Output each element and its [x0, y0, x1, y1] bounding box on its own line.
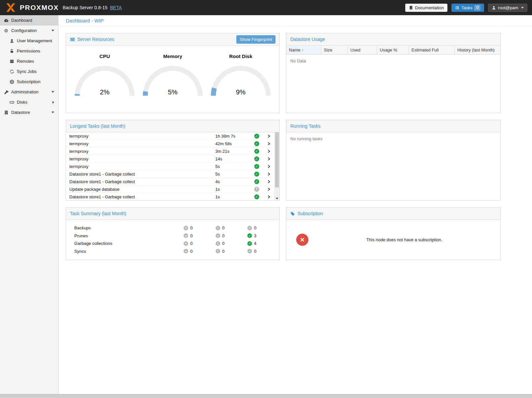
no-data-label: No Data	[286, 54, 500, 67]
memory-gauge: Memory 5%	[139, 46, 207, 113]
gauge-label: CPU	[99, 53, 110, 59]
open-task-chevron-icon[interactable]	[263, 187, 274, 191]
scroll-down-icon[interactable]	[276, 198, 278, 199]
sidebar-item-sync-jobs[interactable]: Sync Jobs	[0, 66, 58, 77]
task-row[interactable]: Datastore store1 - Garbage collect 1s ✓	[66, 193, 274, 200]
task-summary-header: Task Summary (last Month)	[66, 208, 279, 220]
scrollbar[interactable]	[274, 132, 279, 200]
column-header-estimated-full[interactable]: Estimated Full	[409, 46, 455, 54]
book-icon	[409, 6, 413, 10]
sidebar-item-datastore[interactable]: Datastore	[0, 107, 58, 117]
sidebar-item-dashboard[interactable]: Dashboard	[0, 15, 58, 25]
column-header-used[interactable]: Used	[348, 46, 377, 54]
documentation-label: Documentation	[415, 5, 444, 10]
column-header-history[interactable]: History (last Month)	[455, 46, 500, 54]
scrollbar-thumb[interactable]	[275, 132, 279, 187]
ok-status-icon: ✓	[254, 194, 259, 199]
open-task-chevron-icon[interactable]	[263, 172, 274, 176]
task-duration: 3m 21s	[215, 149, 250, 154]
page-title: Dashboard - WIP	[66, 18, 104, 23]
bottom-scrollbar-strip[interactable]	[0, 394, 532, 398]
task-row[interactable]: termproxy 42m 58s ✓	[66, 140, 274, 148]
user-name-label: root@pam	[498, 5, 518, 10]
cpu-gauge: CPU 2%	[71, 46, 139, 113]
datastore-usage-panel: Datastore Usage Name ↑ Size Used Usage %…	[286, 33, 501, 113]
task-row[interactable]: termproxy 1h 38m 7s ✓	[66, 132, 274, 140]
task-duration: 14s	[215, 156, 250, 161]
sidebar-item-configuration[interactable]: ⚙ Configuration	[0, 25, 58, 36]
error-count: 0	[190, 249, 193, 254]
task-name: termproxy	[69, 149, 215, 154]
open-task-chevron-icon[interactable]	[263, 195, 274, 199]
open-task-chevron-icon[interactable]	[263, 180, 274, 183]
sidebar-item-label: User Management	[17, 38, 52, 43]
ok-count: 3	[254, 233, 256, 238]
longest-tasks-list: termproxy 1h 38m 7s ✓ termproxy 42m 58s …	[66, 132, 274, 200]
task-row[interactable]: termproxy 5s ✓	[66, 163, 274, 170]
beta-link[interactable]: BETA	[110, 5, 122, 10]
ok-icon: ✓	[247, 241, 252, 246]
gauge-label: Memory	[163, 53, 182, 59]
running-tasks-header: Running Tasks	[286, 120, 500, 132]
open-task-chevron-icon[interactable]	[263, 157, 274, 161]
task-duration: 1s	[215, 187, 250, 192]
unknown-status-icon: ?	[254, 187, 259, 192]
warning-icon: !	[216, 249, 220, 253]
longest-tasks-panel: Longest Tasks (last Month) termproxy 1h …	[66, 120, 280, 201]
user-menu-button[interactable]: root@pam	[488, 4, 527, 12]
ok-count: 0	[254, 249, 256, 254]
documentation-button[interactable]: Documentation	[405, 4, 447, 12]
ok-status-icon: ✓	[254, 141, 259, 146]
sidebar-item-label: Sync Jobs	[17, 69, 37, 74]
server-icon	[9, 59, 15, 64]
ok-count: 0	[254, 225, 256, 230]
task-name: termproxy	[69, 156, 215, 161]
sidebar-item-disks[interactable]: Disks	[0, 97, 58, 107]
ok-status-icon: ✓	[254, 172, 259, 177]
task-row[interactable]: Update package database 1s ?	[66, 185, 274, 193]
column-header-usage-pct[interactable]: Usage %	[377, 46, 409, 54]
column-header-name[interactable]: Name ↑	[286, 46, 321, 54]
task-row[interactable]: termproxy 3m 21s ✓	[66, 148, 274, 155]
caret-down-icon[interactable]	[52, 30, 54, 31]
tasks-button[interactable]: Tasks 0	[451, 4, 484, 12]
open-task-chevron-icon[interactable]	[263, 134, 274, 138]
server-resources-header: Server Resources Show Fingerprint	[66, 33, 279, 46]
task-row[interactable]: Datastore store1 - Garbage collect 5s ✓	[66, 170, 274, 178]
dashboard-panels: Server Resources Show Fingerprint CPU	[58, 26, 532, 260]
caret-right-icon[interactable]	[53, 101, 54, 104]
warning-count: 0	[222, 249, 225, 254]
sidebar-item-subscription[interactable]: Subscription	[0, 77, 58, 87]
error-count: 0	[190, 233, 193, 238]
sidebar-item-administration[interactable]: Administration	[0, 87, 58, 97]
task-row[interactable]: termproxy 14s ✓	[66, 155, 274, 163]
tasks-label: Tasks	[461, 5, 472, 10]
warning-count: 0	[222, 233, 225, 238]
task-name: termproxy	[69, 141, 215, 146]
show-fingerprint-button[interactable]: Show Fingerprint	[236, 35, 275, 44]
ok-status-icon: ✓	[254, 156, 259, 161]
open-task-chevron-icon[interactable]	[263, 165, 274, 168]
sidebar-item-label: Disks	[17, 100, 27, 105]
sidebar-item-permissions[interactable]: Permissions	[0, 46, 58, 56]
open-task-chevron-icon[interactable]	[263, 149, 274, 153]
error-icon: ×	[184, 249, 188, 253]
running-tasks-panel: Running Tasks No running tasks	[286, 120, 501, 201]
chevron-down-icon	[521, 7, 524, 9]
open-task-chevron-icon[interactable]	[263, 142, 274, 146]
datastore-usage-header-row: Name ↑ Size Used Usage % Estimated Full …	[286, 46, 500, 54]
column-header-size[interactable]: Size	[321, 46, 348, 54]
ticket-icon	[290, 211, 295, 216]
gauge-value: 9%	[210, 88, 271, 96]
task-row[interactable]: Datastore store1 - Garbage collect 4s ✓	[66, 178, 274, 185]
panel-title: Datastore Usage	[290, 37, 325, 42]
proxmox-logo: PROXMOX	[5, 3, 59, 13]
summary-label: Garbage collections	[74, 241, 184, 246]
task-name: termproxy	[69, 164, 215, 169]
sidebar-item-remotes[interactable]: Remotes	[0, 56, 58, 66]
caret-down-icon[interactable]	[52, 112, 54, 113]
sidebar-item-user-management[interactable]: User Management	[0, 36, 58, 46]
longest-tasks-header: Longest Tasks (last Month)	[66, 120, 279, 132]
caret-down-icon[interactable]	[52, 91, 54, 93]
user-icon	[9, 39, 15, 43]
